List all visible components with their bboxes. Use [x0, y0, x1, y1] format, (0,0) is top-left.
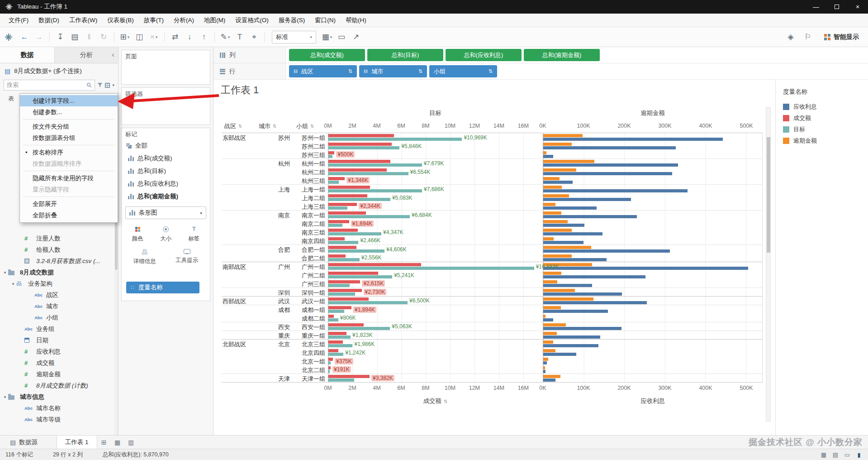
- save-icon[interactable]: ↧: [53, 30, 67, 44]
- bar-cell-right[interactable]: [543, 228, 763, 236]
- bar-cell-right[interactable]: [543, 357, 763, 365]
- group-label[interactable]: 南京三组: [294, 228, 328, 236]
- group-label[interactable]: 成都一组: [294, 305, 328, 314]
- legend-item[interactable]: 应收利息: [783, 101, 868, 112]
- group-label[interactable]: 苏州一组: [294, 133, 328, 142]
- bar-cell-right[interactable]: [543, 374, 763, 383]
- region-label[interactable]: [222, 314, 256, 322]
- bar-cell-right[interactable]: [543, 305, 763, 314]
- tab-analytics[interactable]: 分析: [54, 47, 118, 63]
- new-dashboard-tab-icon[interactable]: ▦: [111, 436, 124, 449]
- group-label[interactable]: 杭州一组: [294, 159, 328, 168]
- interest-bar[interactable]: [543, 301, 647, 304]
- bar-cell-left[interactable]: ¥2,615K: [328, 279, 543, 288]
- collapse-minus-icon[interactable]: ⊟: [364, 68, 368, 74]
- marks-measure-row[interactable]: 总和(逾期金额): [122, 190, 210, 203]
- bar-cell-left[interactable]: ¥2,344K: [328, 202, 543, 211]
- bar-cell-left[interactable]: ¥191K: [328, 365, 543, 374]
- bar-cell-right[interactable]: [543, 271, 763, 279]
- interest-bar[interactable]: [543, 146, 676, 149]
- maximize-button[interactable]: [826, 0, 847, 14]
- expand-caret-icon[interactable]: ▾: [2, 395, 8, 399]
- bar-cell-right[interactable]: [543, 159, 763, 168]
- bar-cell-right[interactable]: [543, 236, 763, 245]
- fit-dropdown[interactable]: 标准▾: [272, 31, 316, 43]
- target-bar[interactable]: [328, 155, 332, 158]
- group-label[interactable]: 广州一组: [294, 262, 328, 271]
- target-bar[interactable]: [328, 232, 381, 235]
- group-label[interactable]: 深圳一组: [294, 288, 328, 297]
- bar-cell-right[interactable]: [543, 288, 763, 297]
- marks-measure-row[interactable]: 全部: [122, 139, 210, 152]
- region-label[interactable]: [222, 331, 256, 340]
- bar-cell-left[interactable]: ¥5,063K: [328, 322, 543, 331]
- interest-bar[interactable]: [543, 344, 598, 347]
- deal-bar[interactable]: [328, 272, 378, 275]
- bar-cell-right[interactable]: [543, 193, 763, 202]
- city-label[interactable]: [256, 314, 294, 322]
- region-label[interactable]: [222, 348, 256, 357]
- bar-cell-left[interactable]: ¥7,679K: [328, 159, 543, 168]
- target-bar[interactable]: [328, 146, 399, 149]
- target-bar[interactable]: [328, 361, 331, 364]
- field-item[interactable]: Abc战区: [0, 289, 114, 301]
- group-label[interactable]: 成都二组: [294, 314, 328, 322]
- deal-bar[interactable]: [328, 229, 358, 232]
- interest-bar[interactable]: [543, 189, 688, 192]
- overdue-bar[interactable]: [543, 177, 560, 180]
- overdue-bar[interactable]: [543, 229, 572, 232]
- group-label[interactable]: 上海一组: [294, 185, 328, 193]
- status-grid-icon[interactable]: ▦: [818, 451, 829, 458]
- interest-bar[interactable]: [543, 258, 607, 261]
- share-icon[interactable]: ↗: [349, 30, 363, 44]
- region-label[interactable]: [222, 236, 256, 245]
- group-label[interactable]: 杭州三组: [294, 176, 328, 185]
- overdue-bar[interactable]: [543, 211, 561, 215]
- group-label[interactable]: 北京四组: [294, 348, 328, 357]
- overdue-bar[interactable]: [543, 143, 572, 146]
- field-item[interactable]: #注册人数: [0, 233, 114, 244]
- text-label-icon[interactable]: T: [233, 30, 247, 44]
- deal-bar[interactable]: [328, 211, 366, 215]
- menubar-item[interactable]: 工作表(W): [64, 14, 102, 27]
- bar-cell-right[interactable]: [543, 314, 763, 322]
- presentation-icon[interactable]: ▭: [335, 30, 348, 44]
- interest-bar[interactable]: [543, 353, 576, 356]
- deal-bar[interactable]: [328, 220, 349, 223]
- region-label[interactable]: [222, 279, 256, 288]
- close-button[interactable]: ×: [847, 0, 868, 14]
- group-label[interactable]: 南京四组: [294, 236, 328, 245]
- expand-caret-icon[interactable]: ▾: [2, 270, 8, 275]
- field-item[interactable]: #成交额: [0, 357, 114, 369]
- bar-cell-right[interactable]: [543, 365, 763, 374]
- interest-bar[interactable]: [543, 181, 573, 184]
- sheet-tab-active[interactable]: 工作表 1: [57, 436, 97, 449]
- city-label[interactable]: 西安: [256, 322, 294, 331]
- pill-sort-icon[interactable]: ⇅: [418, 68, 422, 74]
- city-label[interactable]: 天津: [256, 374, 294, 383]
- interest-bar[interactable]: [543, 292, 622, 296]
- field-item[interactable]: Abc城市: [0, 301, 114, 312]
- field-item[interactable]: Abc小组: [0, 312, 114, 323]
- sort-icon[interactable]: ⇅: [310, 124, 314, 129]
- target-bar[interactable]: [328, 301, 408, 304]
- minimize-button[interactable]: —: [806, 0, 826, 14]
- interest-bar[interactable]: [543, 370, 545, 373]
- filter-fields-icon[interactable]: [97, 82, 103, 88]
- target-bar[interactable]: [328, 370, 330, 373]
- interest-bar[interactable]: [543, 361, 547, 364]
- sort-icon[interactable]: ⇅: [238, 124, 242, 129]
- bar-cell-left[interactable]: ¥806K: [328, 314, 543, 322]
- show-cards-icon[interactable]: ▦▾: [320, 30, 334, 44]
- bar-cell-left[interactable]: ¥2,730K: [328, 288, 543, 297]
- interest-bar[interactable]: [543, 327, 621, 330]
- interest-bar[interactable]: [543, 206, 597, 210]
- view-options-caret-icon[interactable]: ▾: [112, 83, 114, 87]
- city-label[interactable]: [256, 150, 294, 159]
- bar-cell-right[interactable]: [543, 150, 763, 159]
- deal-bar[interactable]: [328, 177, 345, 180]
- bar-cell-left[interactable]: ¥6,500K: [328, 297, 543, 305]
- overdue-bar[interactable]: [543, 246, 591, 249]
- legend-item[interactable]: 逾期金额: [783, 135, 868, 146]
- region-label[interactable]: [222, 288, 256, 297]
